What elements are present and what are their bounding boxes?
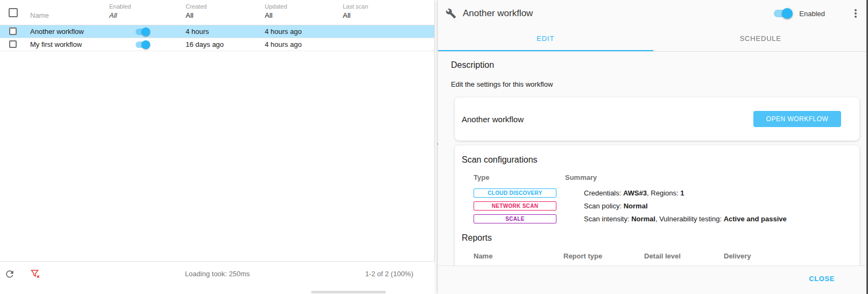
scan-config-row: NETWORK SCAN Scan policy: Normal (474, 199, 859, 212)
scan-col-type: Type (474, 173, 565, 182)
active-tab-indicator (438, 50, 653, 51)
tab-edit[interactable]: EDIT (438, 27, 653, 51)
scan-config-row: SCALE Scan intensity: Normal, Vulnerabil… (474, 212, 859, 225)
description-heading: Description (451, 60, 859, 70)
reports-heading: Reports (462, 233, 859, 243)
reports-table-header: Name Report type Detail level Delivery (474, 252, 859, 261)
pagination-range: 1-2 of 2 (100%) (365, 270, 413, 278)
reports-col-delivery: Delivery (724, 252, 859, 261)
column-header-name: Name (30, 11, 49, 19)
enabled-filter[interactable]: All (109, 11, 117, 19)
updated-value: 4 hours ago (265, 38, 302, 51)
select-all-checkbox[interactable] (9, 8, 18, 17)
scan-type-chip: SCALE (474, 214, 556, 223)
last-scan-filter[interactable]: All (343, 11, 350, 19)
detail-title: Another workflow (463, 8, 533, 19)
row-checkbox[interactable] (9, 27, 17, 35)
updated-filter[interactable]: All (265, 11, 272, 19)
scan-configurations-card: Scan configurations Type Summary CLOUD D… (455, 145, 859, 265)
workflow-name: My first workflow (30, 38, 82, 51)
kebab-menu-icon[interactable] (852, 8, 859, 19)
description-text: Edit the settings for this workflow (451, 80, 859, 88)
scan-summary: Credentials: AWS#3, Regions: 1 (584, 189, 684, 197)
table-row[interactable]: My first workflow 16 days ago 4 hours ag… (0, 38, 434, 51)
scan-summary: Scan intensity: Normal, Vulnerability te… (584, 215, 787, 223)
workflow-card-name: Another workflow (462, 115, 524, 124)
scan-configurations-heading: Scan configurations (455, 155, 859, 165)
detail-tabs: EDIT SCHEDULE (438, 27, 868, 52)
updated-value: 4 hours ago (265, 25, 302, 38)
detail-footer: CLOSE (438, 265, 868, 294)
table-header-row: Name Enabled All Created All Updated All… (0, 0, 434, 25)
tab-schedule[interactable]: SCHEDULE (653, 27, 868, 51)
table-footer: Loading took: 250ms 1-2 of 2 (100%) (0, 261, 435, 286)
horizontal-scrollbar[interactable] (311, 291, 386, 293)
enabled-label: Enabled (799, 10, 825, 18)
scan-configurations-table: Type Summary CLOUD DISCOVERY Credentials… (474, 173, 859, 225)
workflow-table-panel: Name Enabled All Created All Updated All… (0, 0, 435, 286)
enabled-toggle[interactable] (135, 27, 150, 36)
created-filter[interactable]: All (186, 11, 193, 19)
open-workflow-button[interactable]: OPEN WORKFLOW (753, 111, 841, 127)
detail-toolbar: Another workflow Enabled (438, 0, 868, 27)
created-value: 4 hours (186, 25, 209, 38)
workflow-name: Another workflow (30, 25, 84, 38)
wrench-icon (446, 8, 456, 19)
reports-col-report-type: Report type (563, 252, 644, 261)
scan-summary: Scan policy: Normal (584, 202, 648, 210)
workflow-card: Another workflow OPEN WORKFLOW (455, 97, 859, 141)
scan-col-summary: Summary (565, 173, 859, 182)
scan-type-chip: NETWORK SCAN (474, 201, 556, 211)
row-checkbox[interactable] (9, 40, 17, 48)
close-button[interactable]: CLOSE (809, 275, 835, 283)
enabled-toggle[interactable] (135, 40, 150, 49)
reports-col-name: Name (474, 252, 563, 261)
scan-type-chip: CLOUD DISCOVERY (474, 188, 556, 198)
reports-col-detail-level: Detail level (644, 252, 724, 261)
created-value: 16 days ago (186, 38, 224, 51)
workflows-screen: Name Enabled All Created All Updated All… (0, 0, 868, 294)
workflow-enabled-toggle[interactable] (773, 8, 793, 19)
table-row[interactable]: Another workflow 4 hours 4 hours ago (0, 25, 434, 38)
workflow-detail-panel: Another workflow Enabled EDIT SCHEDULE D… (438, 0, 868, 294)
scan-config-row: CLOUD DISCOVERY Credentials: AWS#3, Regi… (474, 186, 859, 199)
detail-content: Description Edit the settings for this w… (438, 52, 868, 265)
